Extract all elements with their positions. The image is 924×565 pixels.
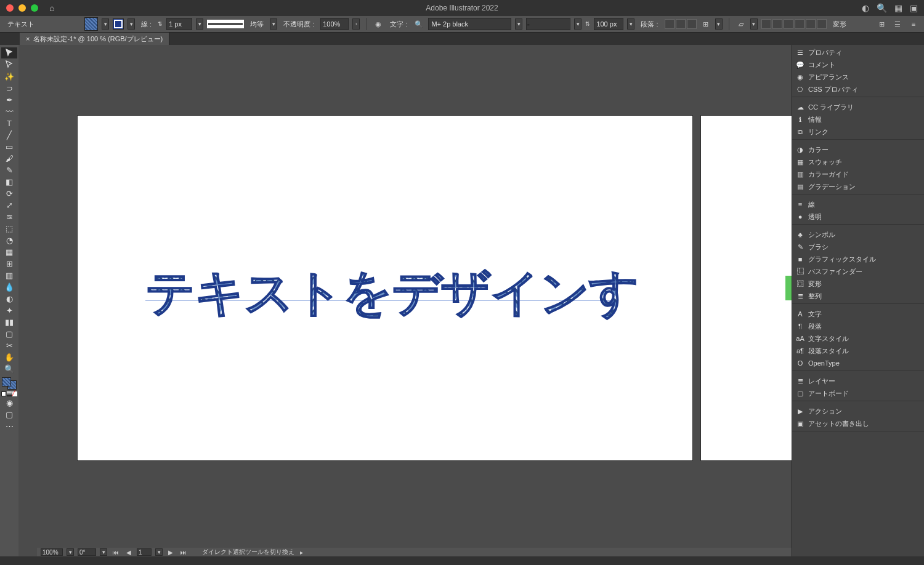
mode-color-icon[interactable] <box>1 391 6 396</box>
brush-tool[interactable]: 🖌 <box>1 153 17 164</box>
type-tool[interactable]: T <box>1 118 17 129</box>
options-icon[interactable]: ☰ <box>892 18 903 30</box>
nav-first-icon[interactable]: ⏮ <box>111 549 121 556</box>
direct-selection-tool[interactable] <box>1 59 17 70</box>
panel-item[interactable]: ▶アクション <box>792 405 924 417</box>
more-tools-icon[interactable]: ⋯ <box>1 420 17 431</box>
panel-item[interactable]: ≣整列 <box>792 290 924 302</box>
panel-item[interactable]: ⎔CSS プロパティ <box>792 83 924 95</box>
envelope-icon[interactable]: ▱ <box>736 18 747 30</box>
stroke-dropdown[interactable]: ▾ <box>128 18 135 30</box>
zoom-input[interactable] <box>41 548 63 556</box>
artboard-tool[interactable]: ▢ <box>1 328 17 339</box>
close-window-button[interactable] <box>6 4 14 12</box>
obj-align-1[interactable] <box>761 19 771 29</box>
nav-prev-icon[interactable]: ◀ <box>124 549 133 556</box>
blend-tool[interactable]: ◐ <box>1 293 17 304</box>
width-tool[interactable]: ≋ <box>1 211 17 222</box>
lasso-tool[interactable]: ⊃ <box>1 82 17 94</box>
font-size-dropdown[interactable]: ▾ <box>627 18 634 30</box>
zoom-dropdown[interactable]: ▾ <box>67 548 74 556</box>
opacity-dropdown[interactable]: › <box>352 18 360 30</box>
panel-item[interactable]: A文字 <box>792 308 924 320</box>
fill-swatch[interactable] <box>84 17 98 31</box>
panel-item[interactable]: ⧉リンク <box>792 126 924 138</box>
canvas-area[interactable]: テキストをデザインする。 ▾ ▾ ⏮ ◀ ▾ ▶ ⏭ ダイレクト選択ツールを切り… <box>18 45 792 556</box>
shaper-tool[interactable]: ✎ <box>1 164 17 175</box>
perspective-tool[interactable]: ▦ <box>1 246 17 257</box>
fill-stroke-controls[interactable] <box>2 377 17 390</box>
eyedropper-tool[interactable]: 💧 <box>1 281 17 292</box>
mode-gradient-icon[interactable] <box>7 391 12 396</box>
panel-item[interactable]: ▢アートボード <box>792 387 924 399</box>
mesh-tool[interactable]: ⊞ <box>1 258 17 269</box>
stroke-preview[interactable] <box>207 20 244 28</box>
screen-mode-icon[interactable]: ▢ <box>1 409 17 420</box>
font-size-input[interactable] <box>594 18 623 30</box>
font-search-icon[interactable]: 🔍 <box>413 18 424 30</box>
home-icon[interactable]: ⌂ <box>49 3 54 13</box>
area-options-icon[interactable]: ⊞ <box>700 18 711 30</box>
stroke-swatch[interactable] <box>113 18 124 30</box>
font-style-dropdown[interactable]: ▾ <box>574 18 582 30</box>
font-name-input[interactable] <box>428 18 511 30</box>
panel-item[interactable]: ≡線 <box>792 198 924 210</box>
obj-align-6[interactable] <box>817 19 827 29</box>
line-tool[interactable]: ╱ <box>1 129 17 140</box>
scale-tool[interactable]: ⤢ <box>1 199 17 210</box>
hand-tool[interactable]: ✋ <box>1 351 17 363</box>
panel-item[interactable]: ♣シンボル <box>792 228 924 241</box>
menu-icon[interactable]: ≡ <box>908 18 919 30</box>
panel-item[interactable]: ⿺パスファインダー <box>792 265 924 278</box>
cloud-sync-icon[interactable]: ◐ <box>862 3 869 13</box>
transform-label[interactable]: 変形 <box>830 20 849 29</box>
area-options-dropdown[interactable]: ▾ <box>715 18 723 30</box>
mode-none-icon[interactable]: ╱ <box>12 391 17 396</box>
free-transform-tool[interactable]: ⬚ <box>1 223 17 234</box>
nav-next-icon[interactable]: ▶ <box>166 549 175 556</box>
curvature-tool[interactable]: 〰 <box>1 106 17 117</box>
recolor-icon[interactable]: ◉ <box>373 18 384 30</box>
panel-item[interactable]: ℹ情報 <box>792 113 924 126</box>
shape-builder-tool[interactable]: ◔ <box>1 234 17 246</box>
symbol-tool[interactable]: ✦ <box>1 305 17 316</box>
obj-align-5[interactable] <box>806 19 816 29</box>
stroke-style-dropdown[interactable]: ▾ <box>270 18 277 30</box>
graph-tool[interactable]: ▮▮ <box>1 316 17 327</box>
snap-icon[interactable]: ⊞ <box>876 18 887 30</box>
stroke-width-dropdown[interactable]: ▾ <box>196 18 203 30</box>
pen-tool[interactable]: ✒ <box>1 94 17 105</box>
rotation-dropdown[interactable]: ▾ <box>100 548 107 556</box>
panel-item[interactable]: ◉アピアランス <box>792 71 924 83</box>
panel-item[interactable]: 💬コメント <box>792 58 924 71</box>
workspace-icon[interactable]: ▦ <box>894 3 902 13</box>
panel-item[interactable]: ☁CC ライブラリ <box>792 101 924 113</box>
opacity-input[interactable] <box>320 18 349 30</box>
arrange-icon[interactable]: ▣ <box>910 3 918 13</box>
panel-item[interactable]: ■グラフィックスタイル <box>792 253 924 265</box>
gradient-tool[interactable]: ▥ <box>1 270 17 281</box>
slice-tool[interactable]: ✂ <box>1 340 17 351</box>
align-center-button[interactable] <box>676 19 686 29</box>
document-tab[interactable]: × 名称未設定-1* @ 100 % (RGB/プレビュー) <box>20 33 169 45</box>
magic-wand-tool[interactable]: ✨ <box>1 71 17 82</box>
panel-item[interactable]: OOpenType <box>792 357 924 369</box>
artboard-nav-input[interactable] <box>137 548 152 556</box>
font-style-input[interactable] <box>526 18 570 30</box>
panel-item[interactable]: ☰プロパティ <box>792 46 924 58</box>
stroke-stepper-icon[interactable]: ⇅ <box>158 21 163 27</box>
panel-item[interactable]: ⿴変形 <box>792 278 924 290</box>
align-right-button[interactable] <box>687 19 697 29</box>
panel-item[interactable]: ▣アセットの書き出し <box>792 417 924 430</box>
obj-align-2[interactable] <box>772 19 782 29</box>
panel-item[interactable]: aA文字スタイル <box>792 332 924 345</box>
panel-item[interactable]: ≣レイヤー <box>792 375 924 387</box>
fill-color-icon[interactable] <box>2 377 11 387</box>
tool-hint-next-icon[interactable]: ▸ <box>298 549 305 556</box>
search-icon[interactable]: 🔍 <box>877 3 887 13</box>
tab-close-icon[interactable]: × <box>26 35 30 42</box>
obj-align-4[interactable] <box>795 19 804 29</box>
obj-align-3[interactable] <box>784 19 793 29</box>
panel-item[interactable]: ◑カラー <box>792 143 924 156</box>
rectangle-tool[interactable]: ▭ <box>1 141 17 152</box>
